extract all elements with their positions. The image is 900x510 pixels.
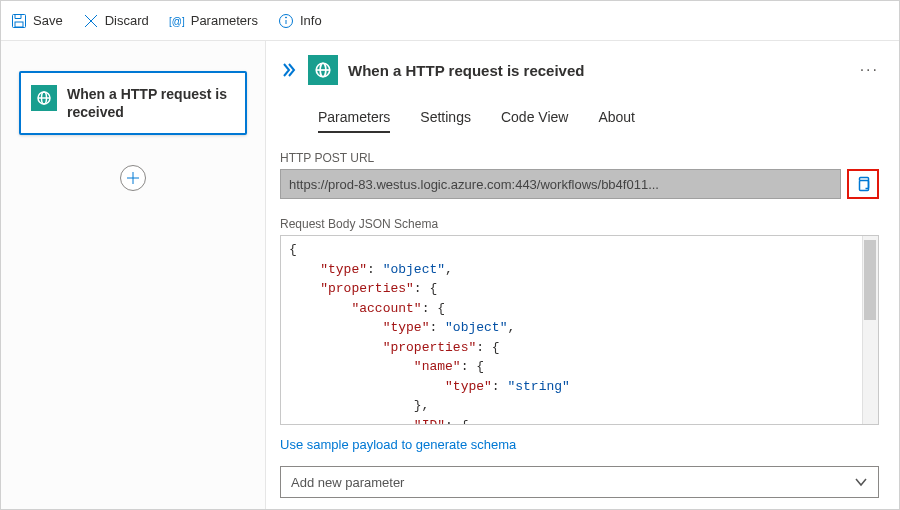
panel-title: When a HTTP request is received — [348, 62, 584, 79]
designer-canvas: When a HTTP request is received — [1, 41, 266, 509]
use-sample-payload-link[interactable]: Use sample payload to generate schema — [280, 437, 516, 452]
info-icon — [278, 13, 294, 29]
panel-tabs: Parameters Settings Code View About — [318, 103, 879, 133]
discard-button[interactable]: Discard — [83, 13, 149, 29]
trigger-card[interactable]: When a HTTP request is received — [19, 71, 247, 135]
discard-icon — [83, 13, 99, 29]
info-label: Info — [300, 13, 322, 28]
properties-panel: When a HTTP request is received ··· Para… — [266, 41, 899, 509]
panel-more-button[interactable]: ··· — [860, 61, 879, 79]
copy-url-button[interactable] — [847, 169, 879, 199]
copy-icon — [855, 176, 871, 192]
svg-rect-0 — [13, 14, 26, 27]
top-toolbar: Save Discard [@] Parameters Info — [1, 1, 899, 41]
add-new-parameter-label: Add new parameter — [291, 475, 404, 490]
http-trigger-icon — [31, 85, 57, 111]
http-trigger-icon — [308, 55, 338, 85]
json-schema-editor[interactable]: { "type": "object", "properties": { "acc… — [280, 235, 879, 425]
collapse-panel-button[interactable] — [280, 61, 298, 79]
save-icon — [11, 13, 27, 29]
parameters-label: Parameters — [191, 13, 258, 28]
parameters-icon: [@] — [169, 13, 185, 29]
http-post-url-field[interactable]: https://prod-83.westus.logic.azure.com:4… — [280, 169, 841, 199]
editor-scrollbar[interactable] — [862, 236, 878, 424]
plus-icon — [126, 171, 140, 185]
tab-settings[interactable]: Settings — [420, 103, 471, 133]
add-step-button[interactable] — [120, 165, 146, 191]
trigger-card-title: When a HTTP request is received — [67, 85, 235, 121]
http-post-url-label: HTTP POST URL — [280, 151, 879, 165]
add-new-parameter-dropdown[interactable]: Add new parameter — [280, 466, 879, 498]
svg-rect-1 — [15, 22, 23, 27]
svg-point-7 — [285, 17, 286, 18]
discard-label: Discard — [105, 13, 149, 28]
tab-parameters[interactable]: Parameters — [318, 103, 390, 133]
svg-text:[@]: [@] — [169, 16, 185, 27]
parameters-button[interactable]: [@] Parameters — [169, 13, 258, 29]
tab-about[interactable]: About — [598, 103, 635, 133]
save-label: Save — [33, 13, 63, 28]
chevron-down-icon — [854, 475, 868, 489]
schema-label: Request Body JSON Schema — [280, 217, 879, 231]
info-button[interactable]: Info — [278, 13, 322, 29]
save-button[interactable]: Save — [11, 13, 63, 29]
double-chevron-right-icon — [280, 61, 298, 79]
tab-code-view[interactable]: Code View — [501, 103, 568, 133]
